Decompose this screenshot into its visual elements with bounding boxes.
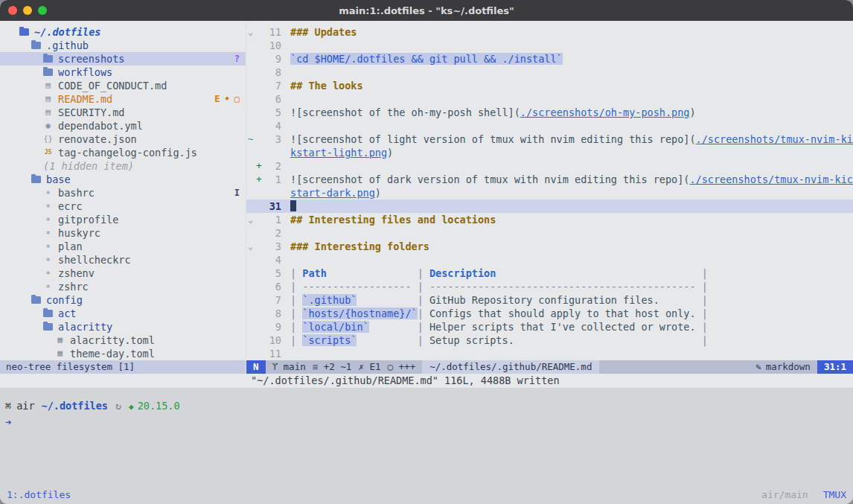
tree-item-bashrc[interactable]: ∗bashrcI <box>0 186 246 200</box>
text-segment-l: ./screenshots/tmux-nvim-kick <box>689 173 853 185</box>
tree-item-readme-md[interactable]: ▤README.mdE•▢ <box>0 92 246 106</box>
shell-prompt-input[interactable]: ➜ <box>5 415 853 430</box>
editor-line[interactable]: +2 <box>246 159 853 173</box>
tree-item-base[interactable]: base <box>0 173 246 186</box>
zoom-button[interactable] <box>38 6 47 15</box>
text-segment-t: Description <box>429 267 496 279</box>
editor-line[interactable]: 8| `hosts/{hostname}/`| Configs that sho… <box>246 307 853 320</box>
tree-item-alacritty-toml[interactable]: ▦alacritty.toml <box>0 334 246 347</box>
editor-wrap-line[interactable]: start-dark.png) <box>246 186 853 200</box>
git-add-sign <box>255 253 263 267</box>
editor-line[interactable]: 7## The looks <box>246 79 853 92</box>
text-segment-p: | <box>327 267 429 279</box>
file-toml-icon: ▦ <box>55 350 65 357</box>
shell-prompt-info: ⌘air~/.dotfiles↻◆20.15.0 <box>5 398 853 415</box>
tree-item-security-md[interactable]: ▤SECURITY.md <box>0 106 246 119</box>
tree-item-plan[interactable]: ∗plan <box>0 240 246 253</box>
fold-marker <box>246 226 255 240</box>
editor-line-text <box>290 119 853 133</box>
folder-icon <box>43 310 53 317</box>
text-segment-p: | <box>496 267 707 279</box>
editor-buffer[interactable]: ⌄11### Updates109`cd $HOME/.dotfiles && … <box>246 21 853 360</box>
editor-line[interactable]: 9`cd $HOME/.dotfiles && git pull && ./in… <box>246 52 853 66</box>
editor-line-text: `cd $HOME/.dotfiles && git pull && ./ins… <box>290 52 853 66</box>
file-md-icon: ▤ <box>43 109 53 116</box>
tree-item-ecrc[interactable]: ∗ecrc <box>0 200 246 213</box>
tree-item-huskyrc[interactable]: ∗huskyrc <box>0 226 246 240</box>
fold-marker <box>246 280 255 293</box>
minimize-button[interactable] <box>23 6 32 15</box>
editor-line[interactable]: 5| Path | Description | <box>246 267 853 280</box>
tree-item-tag-changelog-config-js[interactable]: JStag-changelog-config.js <box>0 146 246 159</box>
text-segment-n: Helper scripts that I've collected or wr… <box>429 321 696 333</box>
terminal-window: main:1:.dotfiles - "ks~/.dotfiles" ~/.do… <box>0 0 853 504</box>
editor-line[interactable]: +1![screenshot of dark version of tmux w… <box>246 173 853 186</box>
tree-item-dependabot-yml[interactable]: ◉dependabot.yml <box>0 119 246 133</box>
editor-wrap-line[interactable]: kstart-light.png) <box>246 146 853 159</box>
tmux-right-status: air/main TMUX <box>761 489 846 500</box>
tree-item-workflows[interactable]: workflows <box>0 66 246 79</box>
git-add-sign <box>255 293 263 307</box>
tree-item-shellcheckrc[interactable]: ∗shellcheckrc <box>0 253 246 267</box>
editor-line[interactable]: ⌄3### Interesting folders <box>246 240 853 253</box>
fold-marker: ⌄ <box>246 25 255 39</box>
editor-line[interactable]: 6| ------------------ | ----------------… <box>246 280 853 293</box>
tree-item-act[interactable]: act <box>0 307 246 320</box>
line-number: 3 <box>263 133 281 146</box>
editor-line-text: | `.github` | GitHub Repository configur… <box>290 293 853 307</box>
neotree-statusline: neo-tree filesystem [1] <box>0 360 246 374</box>
git-diff-counts: +2 ~1 <box>324 361 352 372</box>
file-shell-icon: ∗ <box>43 202 53 210</box>
editor-line[interactable]: ~3![screenshot of light version of tmux … <box>246 133 853 146</box>
editor-line[interactable]: ⌄1## Interesting files and locations <box>246 213 853 226</box>
editor-line[interactable]: ⌄11### Updates <box>246 25 853 39</box>
file-md-icon: ▤ <box>43 82 53 89</box>
editor-line[interactable]: 7| `.github` | GitHub Repository configu… <box>246 293 853 307</box>
prompt-hostname: air <box>16 400 34 412</box>
git-status-segment: ϒ main≡ +2 ~1✗ E1○ +++ <box>266 360 423 374</box>
editor-cursor-line[interactable]: 31 <box>246 200 853 213</box>
folder-icon <box>31 42 41 49</box>
tree-item-zshenv[interactable]: ∗zshenv <box>0 267 246 280</box>
tree-item-config[interactable]: config <box>0 293 246 307</box>
tree-item-zshrc[interactable]: ∗zshrc <box>0 280 246 293</box>
editor-line-text <box>290 66 853 79</box>
text-segment-h: ## The looks <box>290 80 363 92</box>
tree-item-dotfiles[interactable]: ~/.dotfiles <box>0 25 246 39</box>
tree-item-gitprofile[interactable]: ∗gitprofile <box>0 213 246 226</box>
tmux-window-item[interactable]: 1:.dotfiles <box>7 489 71 500</box>
pencil-icon: ✎ <box>755 360 761 374</box>
tree-item-alacritty[interactable]: alacritty <box>0 320 246 334</box>
fold-marker <box>246 52 255 66</box>
editor-line[interactable]: 8 <box>246 66 853 79</box>
tree-item-theme-day-toml[interactable]: ▦theme-day.toml <box>0 347 246 360</box>
tree-item-label: (1 hidden item) <box>43 159 134 173</box>
text-segment-p: | <box>290 334 302 346</box>
line-number: 2 <box>263 226 281 240</box>
tree-item-github[interactable]: .github <box>0 39 246 52</box>
editor-line[interactable]: 5![screenshot of the oh-my-posh shell](.… <box>246 106 853 119</box>
editor-line[interactable]: 4 <box>246 253 853 267</box>
line-number: 10 <box>263 39 281 52</box>
git-add-sign <box>255 146 263 159</box>
editor-line[interactable]: 6 <box>246 92 853 106</box>
editor-line[interactable]: 10| `scripts` | Setup scripts. | <box>246 334 853 347</box>
tree-item-label: dependabot.yml <box>58 119 143 133</box>
tree-item-badges: E•▢ <box>214 92 240 106</box>
editor-line[interactable]: 11 <box>246 347 853 360</box>
traffic-lights <box>0 6 47 15</box>
error-icon: ✗ <box>358 361 364 372</box>
shell-pane[interactable]: ⌘air~/.dotfiles↻◆20.15.0 ➜ <box>0 388 853 485</box>
text-segment-h: ## Interesting files and locations <box>290 214 496 226</box>
close-button[interactable] <box>8 6 17 15</box>
file-shell-icon: ∗ <box>43 216 53 223</box>
editor-line[interactable]: 9| `local/bin` | Helper scripts that I'v… <box>246 320 853 334</box>
editor-line[interactable]: 10 <box>246 39 853 52</box>
tree-item-renovate-json[interactable]: {}renovate.json <box>0 133 246 146</box>
editor-line[interactable]: 4 <box>246 119 853 133</box>
tree-item-screenshots[interactable]: screenshots? <box>0 52 246 66</box>
text-segment-p: | <box>357 334 429 346</box>
tree-item-code-of-conduct-md[interactable]: ▤CODE_OF_CONDUCT.md <box>0 79 246 92</box>
editor-line[interactable]: 2 <box>246 226 853 240</box>
tree-item-1-hidden-item[interactable]: (1 hidden item) <box>0 159 246 173</box>
